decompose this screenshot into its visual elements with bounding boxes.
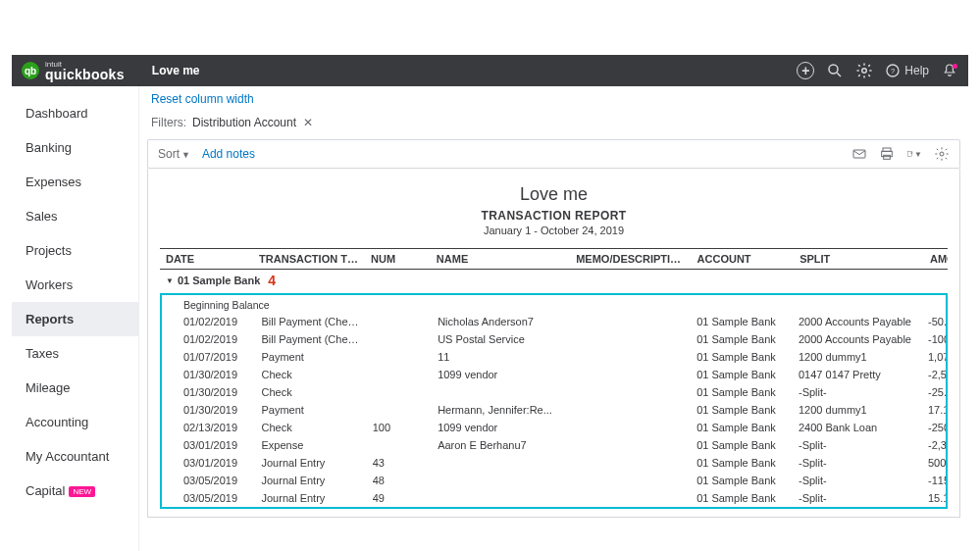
cell-num xyxy=(367,384,432,400)
cell-name: 1099 vendor xyxy=(432,420,570,435)
add-notes-link[interactable]: Add notes xyxy=(202,147,255,161)
cell-date: 01/30/2019 xyxy=(162,384,256,400)
report-title: TRANSACTION REPORT xyxy=(160,209,948,223)
sidebar-item-dashboard[interactable]: Dashboard xyxy=(12,96,138,130)
group-row[interactable]: ▼ 01 Sample Bank 4 xyxy=(160,270,948,291)
group-label: 01 Sample Bank xyxy=(178,275,260,286)
sidebar-item-accounting[interactable]: Accounting xyxy=(12,405,138,439)
cell-memo xyxy=(571,349,692,365)
cell-transaction-type: Journal Entry xyxy=(256,490,367,506)
close-icon[interactable]: ✕ xyxy=(303,116,313,129)
create-button[interactable]: + xyxy=(797,62,814,79)
sidebar-item-workers[interactable]: Workers xyxy=(12,268,138,302)
gear-icon[interactable] xyxy=(934,146,950,162)
cell-account: 01 Sample Bank xyxy=(691,349,793,365)
cell-name: Aaron E Berhanu7 xyxy=(432,437,570,453)
cell-date: 03/05/2019 xyxy=(162,473,256,488)
cell-date: 01/07/2019 xyxy=(162,349,256,365)
table-row[interactable]: 03/05/2019Journal Entry4801 Sample Bank-… xyxy=(162,472,946,489)
sidebar-item-projects[interactable]: Projects xyxy=(12,233,138,268)
table-row[interactable]: 01/30/2019Check1099 vendor01 Sample Bank… xyxy=(162,366,946,383)
beginning-balance-row: Beginning Balance xyxy=(162,297,946,313)
email-icon[interactable] xyxy=(851,146,867,162)
table-row[interactable]: 02/13/2019Check1001099 vendor01 Sample B… xyxy=(162,419,946,436)
chevron-down-icon: ▼ xyxy=(181,150,190,160)
sidebar-item-expenses[interactable]: Expenses xyxy=(12,165,138,199)
sidebar: DashboardBankingExpensesSalesProjectsWor… xyxy=(12,86,139,551)
cell-transaction-type: Journal Entry xyxy=(256,455,367,471)
cell-num: 43 xyxy=(367,455,432,471)
cell-split: 2000 Accounts Payable xyxy=(793,331,922,347)
cell-transaction-type: Payment xyxy=(256,402,367,418)
cell-num xyxy=(367,402,432,418)
col-amount[interactable]: AMOUNT xyxy=(924,251,948,267)
table-row[interactable]: 01/07/2019Payment1101 Sample Bank1200 du… xyxy=(162,348,946,366)
table-row[interactable]: 03/05/2019Journal Entry4901 Sample Bank-… xyxy=(162,489,946,507)
help-icon[interactable]: ? Help xyxy=(885,62,929,79)
cell-transaction-type: Bill Payment (Check) xyxy=(256,314,367,329)
col-memo[interactable]: MEMO/DESCRIPTION xyxy=(570,251,691,267)
cell-split: 1200 dummy1 xyxy=(793,349,922,365)
sidebar-item-reports[interactable]: Reports xyxy=(12,302,138,336)
cell-memo xyxy=(571,420,692,435)
table-row[interactable]: 03/01/2019Journal Entry4301 Sample Bank-… xyxy=(162,454,946,472)
table-row[interactable]: 01/02/2019Bill Payment (Check)US Postal … xyxy=(162,330,946,348)
cell-split: -Split- xyxy=(793,490,922,506)
cell-account: 01 Sample Bank xyxy=(691,420,793,435)
filters-label: Filters: xyxy=(151,116,186,129)
sort-dropdown[interactable]: Sort▼ xyxy=(158,147,190,161)
cell-name: Nicholas Anderson7 xyxy=(432,314,570,329)
cell-split: 1200 dummy1 xyxy=(793,402,922,418)
col-account[interactable]: ACCOUNT xyxy=(692,251,795,267)
export-icon[interactable]: ▼ xyxy=(906,146,922,162)
cell-name xyxy=(432,455,570,471)
cell-amount: -2,500.00 xyxy=(922,367,946,382)
col-num[interactable]: NUM xyxy=(365,251,431,267)
gear-icon[interactable] xyxy=(855,62,873,79)
sidebar-item-sales[interactable]: Sales xyxy=(12,199,138,233)
cell-name xyxy=(432,473,570,488)
table-row[interactable]: 01/30/2019PaymentHermann, Jennifer:Re...… xyxy=(162,401,946,419)
bell-icon[interactable] xyxy=(941,62,958,79)
chevron-down-icon: ▼ xyxy=(914,150,922,159)
cell-num xyxy=(367,314,432,329)
notification-dot xyxy=(953,64,957,69)
col-name[interactable]: NAME xyxy=(431,251,570,267)
annotation-marker: 4 xyxy=(268,273,276,288)
table-header: DATE TRANSACTION TYPE NUM NAME MEMO/DESC… xyxy=(160,248,948,270)
cell-split: -Split- xyxy=(793,473,922,488)
cell-name xyxy=(432,384,570,400)
table-row[interactable]: 03/01/2019ExpenseAaron E Berhanu701 Samp… xyxy=(162,436,946,454)
sidebar-item-taxes[interactable]: Taxes xyxy=(12,336,138,371)
sidebar-item-my-accountant[interactable]: My Accountant xyxy=(12,439,138,474)
col-split[interactable]: SPLIT xyxy=(794,251,924,267)
cell-account: 01 Sample Bank xyxy=(691,473,793,488)
table-row[interactable]: 01/30/2019Check01 Sample Bank-Split--25.… xyxy=(162,383,946,401)
cell-num: 100 xyxy=(367,420,432,435)
print-icon[interactable] xyxy=(879,146,895,162)
collapse-icon[interactable]: ▼ xyxy=(166,276,174,285)
sidebar-item-capital[interactable]: CapitalNEW xyxy=(12,474,138,508)
col-transaction-type[interactable]: TRANSACTION TYPE xyxy=(253,251,365,267)
cell-memo xyxy=(571,473,692,488)
cell-amount: 17.13 xyxy=(922,402,946,418)
cell-account: 01 Sample Bank xyxy=(691,402,793,418)
cell-account: 01 Sample Bank xyxy=(691,314,793,329)
cell-amount: -115.13 xyxy=(922,473,946,488)
sidebar-item-banking[interactable]: Banking xyxy=(12,130,138,165)
filter-chip[interactable]: Distribution Account ✕ xyxy=(192,116,313,129)
cell-transaction-type: Check xyxy=(256,420,367,435)
col-date[interactable]: DATE xyxy=(160,251,253,267)
cell-num xyxy=(367,367,432,382)
cell-date: 02/13/2019 xyxy=(162,420,256,435)
reset-column-width-link[interactable]: Reset column width xyxy=(147,86,968,112)
cell-transaction-type: Check xyxy=(256,384,367,400)
table-row[interactable]: 01/02/2019Bill Payment (Check)Nicholas A… xyxy=(162,313,946,330)
search-icon[interactable] xyxy=(826,62,844,79)
cell-num: 49 xyxy=(367,490,432,506)
cell-memo xyxy=(571,384,692,400)
new-badge: NEW xyxy=(69,486,95,497)
company-name[interactable]: Love me xyxy=(152,64,200,77)
sidebar-item-mileage[interactable]: Mileage xyxy=(12,371,138,405)
help-label: Help xyxy=(904,64,929,77)
